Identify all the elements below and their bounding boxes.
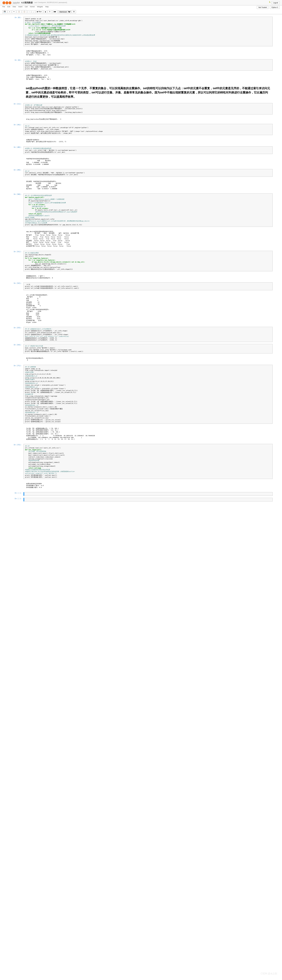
cell[interactable]: In [ ]: (10, 492, 272, 496)
cell[interactable]: 年龄和每月支出的特征相似度矩阵为: 年龄 每月支出 年龄 1.000000 0.… (10, 156, 272, 167)
cell[interactable]: In [54]:#4-17 求取用户支出平均值mean_cost=all_inf… (10, 344, 272, 353)
input-prompt: In [52]: (10, 282, 24, 290)
markdown-cell[interactable]: set是python内置的一种数据类型，它是一个无序、不重复的集合，可以实现高效… (24, 84, 272, 101)
code-input[interactable]: #4-19all_info=pd.read_csv('users_all_inf… (24, 444, 272, 479)
jupyter-icon: ⬤⬤⬤ (2, 1, 11, 4)
run-all-button[interactable]: ▶▶ (52, 10, 57, 13)
output-prompt (11, 157, 25, 166)
restart-button[interactable]: ↻ (48, 10, 52, 13)
output-prompt (11, 73, 25, 81)
menu-view[interactable]: View (13, 6, 16, 9)
code-input[interactable]: #4-18 插值替换import numpy as npfrom scipy.i… (24, 365, 272, 424)
output-prompt (11, 138, 25, 143)
output-area: all_info每个特征缺失的情况为： 用户编号 0 性别 0 年龄 6 居住类… (25, 293, 271, 324)
empty-code-input[interactable] (24, 492, 272, 496)
code-input[interactable]: #4-14,筛选完全重复len_feature=app_desire.shape… (24, 251, 272, 271)
cell[interactable]: 去重前下载喜选项总数为： 2175 方法一去重后下载喜选项总数为: 3 用户选项… (10, 48, 272, 57)
output-prompt (11, 482, 25, 489)
output-prompt (11, 293, 25, 324)
input-prompt: In [72]: (10, 444, 24, 479)
output-area: 每月支出特征缺失的数目为： 0 (25, 356, 271, 362)
menu-file[interactable]: File (2, 6, 5, 9)
cell[interactable]: In [71]:#4-18 插值替换import numpy as npfrom… (10, 365, 272, 424)
cell[interactable]: In [51]:#4-14,筛选完全重复len_feature=app_desi… (10, 251, 272, 271)
menu-help[interactable]: Help (45, 6, 49, 9)
code-input[interactable]: 4-15print('all_info每个特征缺失值的情况为：\n',all_i… (24, 282, 272, 290)
cell-type-select[interactable]: Markdown (58, 10, 71, 13)
menu-widgets[interactable]: Widgets (37, 6, 43, 9)
cell[interactable]: In [46]:#代码4-11 求表中两列元素的相似度矩阵corr_det = … (10, 146, 272, 154)
cell[interactable]: drop_duplicates方法去重之后的下载喜选项为： 3 (10, 116, 272, 122)
cell[interactable]: In [45]:#4-11all_info=pd.read_csv('users… (10, 124, 272, 135)
output-prompt (11, 230, 25, 248)
logo-area: ⬤⬤⬤ jupyter 4.2清洗数据 Last Checkpoint: 202… (2, 1, 67, 4)
trust-button[interactable]: Not Trusted (257, 6, 268, 9)
input-prompt: In [11]: (10, 103, 24, 115)
output-prompt (11, 180, 25, 191)
input-prompt: In [6]: (10, 17, 24, 46)
cut-button[interactable]: ✂ (12, 10, 16, 13)
cell[interactable]: In [6]:import pandas as pddownload=pd.re… (10, 17, 272, 46)
output-area: 去重前下载喜选项总数为： 2175 方法一去重后下载喜选项总数为: 3 用户选项… (25, 49, 271, 56)
paste-button[interactable]: 📋 (22, 10, 27, 13)
filename[interactable]: 4.2清洗数据 (21, 1, 33, 4)
input-prompt: In [49]: (10, 169, 24, 177)
copy-button[interactable]: 📋 (17, 10, 22, 13)
input-prompt: In [ ]: (10, 492, 24, 496)
cell[interactable]: In [72]:#4-19all_info=pd.read_csv('users… (10, 444, 272, 479)
cell[interactable]: In [11]:#代码4-10 对下载表去重download_select=pd… (10, 103, 272, 115)
code-input[interactable]: #代码4-10 对下载表去重download_select=pd.read_cs… (24, 103, 272, 115)
code-input[interactable]: #代码4-9 方法2print('去重前下载喜选项总数为：',len(downl… (24, 59, 272, 71)
checkpoint: Last Checkpoint: 2023年6月24日 (autosaved) (34, 2, 67, 4)
cell[interactable]: In [52]: 4-15print('all_info每个特征缺失值的情况为：… (10, 282, 272, 290)
code-input[interactable]: #4-12corr_det1=all_info[['居住类型','年龄','每月… (24, 169, 272, 177)
cell[interactable]: In [49]:#4-12corr_det1=all_info[['居住类型',… (10, 169, 272, 177)
cell[interactable]: In [53]:#4-16 去除缺失行后all_info的形状为：print('… (10, 327, 272, 342)
cell[interactable]: In [8]:#代码4-9 方法2print('去重前下载喜选项总数为：',le… (10, 59, 272, 71)
toolbar: 💾 + ✂ 📋 📋 ↑ ↓ ▶ Run ■ ↻ ▶▶ Markdown ☰ (0, 10, 282, 14)
code-input[interactable]: #代码4-11 求表中两列元素的相似度矩阵corr_det = all_info… (24, 146, 272, 154)
input-prompt: In [71]: (10, 365, 24, 424)
run-button[interactable]: ▶ Run (36, 10, 43, 13)
menu-edit[interactable]: Edit (7, 6, 10, 9)
empty-code-input[interactable] (24, 498, 272, 501)
cell[interactable]: 需要删除的列为： ['编号'] 删除多余列之后all注册的特征数目为： 6 (10, 273, 272, 281)
kernel-indicator[interactable]: Python 3 (270, 6, 280, 9)
code-input[interactable]: #4-11all_info=pd.read_csv('users_all_inf… (24, 124, 272, 135)
output-prompt (11, 356, 25, 362)
input-prompt: In [45]: (10, 124, 24, 135)
input-prompt: In [46]: (10, 146, 24, 154)
add-cell-button[interactable]: + (8, 10, 11, 13)
cell[interactable]: all_info每个特征缺失的情况为： 用户编号 0 性别 0 年龄 6 居住类… (10, 292, 272, 325)
logout-button[interactable]: Logout (271, 1, 280, 4)
move-down-button[interactable]: ↓ (32, 10, 35, 13)
output-area: 使用3o准则判定异常值中 异常值得最大个数为：-4.0 异常错值最小值为 -4.… (25, 482, 271, 489)
stop-button[interactable]: ■ (43, 10, 47, 13)
cell[interactable]: 居住类型、年龄和每月支出的特征相似度矩阵为： 居住类型 年龄 每月支出 居住类型… (10, 179, 272, 191)
code-input[interactable]: #4-16 去除缺失行后all_info的形状为：print('去除缺失行后al… (24, 327, 272, 342)
cell[interactable]: 使用3o准则判定异常值中 异常值得最大个数为：-4.0 异常错值最小值为 -4.… (10, 481, 272, 490)
input-prompt: In [ ]: (10, 498, 24, 501)
code-input[interactable]: #4-17 求取用户支出平均值mean_cost=all_info['每月支出'… (24, 344, 272, 353)
cell[interactable]: In [50]:#4-13，定义求取特征是否完全相同的矩阵def feature… (10, 193, 272, 227)
output-area: 年龄和每月支出的特征相似度矩阵为: 年龄 每月支出 年龄 1.000000 0.… (25, 157, 271, 166)
menu-insert[interactable]: Insert (18, 6, 22, 9)
cell[interactable]: app_desire的特征相等矩阵的前5行5列为： 用户编号 性别 居住类型 编… (10, 229, 272, 249)
cell[interactable]: 去重前下载喜选项总数为： 2175 方法二去重后下载喜选项总数为： 3 用户选项… (10, 73, 272, 82)
menu-kernel[interactable]: Kernel (30, 6, 35, 9)
cell[interactable]: 当x为6、7时，使用线性插值y1为： [ 76. 102.] 当x为6、7是，使… (10, 426, 272, 442)
command-palette-button[interactable]: ☰ (72, 10, 76, 13)
input-prompt: In [50]: (10, 193, 24, 227)
save-button[interactable]: 💾 (2, 10, 7, 13)
cell[interactable]: 每月支出特征缺失的数目为： 0 (10, 355, 272, 363)
move-up-button[interactable]: ↑ (27, 10, 31, 13)
menu-cell[interactable]: Cell (25, 6, 28, 9)
output-prompt (11, 274, 25, 280)
code-input[interactable]: #4-13，定义求取特征是否完全相同的矩阵def feature_equals(… (24, 193, 272, 227)
cell[interactable]: set是python内置的一种数据类型，它是一个无序、不重复的集合，可以实现高效… (10, 84, 272, 101)
cell[interactable]: In [ ]: (10, 498, 272, 501)
input-prompt: In [8]: (10, 59, 24, 71)
output-prompt (11, 426, 25, 441)
cell[interactable]: 去重前用户的形状为： 依据用户编号，编号去重之后用户信息表大小为： (2172,… (10, 137, 272, 145)
code-input[interactable]: import pandas as pddownload=pd.read_csv(… (24, 17, 272, 46)
